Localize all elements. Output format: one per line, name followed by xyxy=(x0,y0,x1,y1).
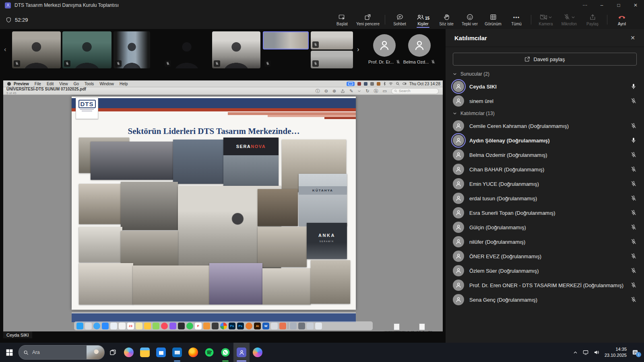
people-button[interactable]: 15 Kişiler xyxy=(411,10,435,29)
panel-close-icon[interactable]: ✕ xyxy=(630,35,635,41)
participant-row[interactable]: Aydın Şölenay (Doğrulanmamış) xyxy=(446,133,644,148)
menu-view[interactable]: View xyxy=(59,82,68,86)
view-button[interactable]: Görünüm xyxy=(481,10,505,29)
dock-icon-f-app[interactable]: F xyxy=(195,323,202,329)
control-center-icon[interactable] xyxy=(402,82,407,86)
start-menu-button[interactable] xyxy=(0,343,19,362)
section-presenters[interactable]: Sunucular (2) xyxy=(446,69,644,79)
dock-icon-photoshop[interactable]: Ps xyxy=(237,323,244,329)
menu-edit[interactable]: Edit xyxy=(47,82,54,86)
dock-icon-books[interactable] xyxy=(203,323,210,329)
avatar[interactable] xyxy=(408,34,431,57)
video-tile[interactable] xyxy=(114,31,150,68)
video-tile[interactable] xyxy=(212,31,260,68)
raise-hand-button[interactable]: Söz iste xyxy=(435,10,458,29)
spotlight-icon[interactable] xyxy=(396,82,400,86)
participant-row[interactable]: Esra Sunerli Topan (Doğrulanmamış) xyxy=(446,206,644,220)
mic-off-icon[interactable] xyxy=(630,224,637,230)
video-tile-active-speaker[interactable] xyxy=(263,31,309,49)
mic-off-icon[interactable] xyxy=(630,195,637,202)
taskbar-icon-explorer[interactable] xyxy=(137,343,153,362)
avatar[interactable] xyxy=(373,34,396,57)
menubar-app-icon[interactable] xyxy=(370,82,374,86)
desktop-file[interactable]: 53ee3d2...Boa.JPG xyxy=(409,323,435,331)
video-tile[interactable] xyxy=(263,51,309,68)
menu-window[interactable]: Window xyxy=(99,82,114,86)
share-invite-button[interactable]: Daveti paylaş xyxy=(453,53,637,66)
menubar-app-icon[interactable] xyxy=(377,82,380,86)
dock-icon-calculator[interactable] xyxy=(212,323,219,329)
dock-icon-photoshop[interactable]: Ps xyxy=(229,323,235,329)
strip-next-icon[interactable]: › xyxy=(357,46,359,53)
dock-icon-podcasts[interactable] xyxy=(169,323,176,329)
dock-icon-lightroom[interactable] xyxy=(246,323,252,329)
menu-preview[interactable]: Preview xyxy=(14,82,29,86)
taskbar-icon-store[interactable] xyxy=(153,343,169,362)
participant-row[interactable]: Belma Ozdemir (Doğrulanmamış) xyxy=(446,148,644,162)
shared-screen[interactable]: Preview File Edit View Go Tools Window H… xyxy=(3,80,443,331)
video-tile[interactable] xyxy=(311,51,353,68)
mic-off-icon[interactable] xyxy=(630,166,637,173)
macos-clock[interactable]: Thu Oct 23 14:28 xyxy=(409,82,440,86)
participant-row[interactable]: Ceyda SIKI xyxy=(446,79,644,94)
tray-chevron-up-icon[interactable] xyxy=(573,350,578,355)
menu-go[interactable]: Go xyxy=(74,82,79,86)
video-tile[interactable] xyxy=(311,31,353,49)
dock-icon-downloads[interactable] xyxy=(290,323,297,329)
menu-file[interactable]: File xyxy=(35,82,41,86)
share-icon[interactable] xyxy=(341,89,345,93)
dock-icon-book[interactable] xyxy=(279,323,286,329)
mic-off-icon[interactable] xyxy=(630,152,637,158)
window-close-icon[interactable]: ✕ xyxy=(627,0,644,10)
markup-chevron-icon[interactable] xyxy=(357,89,361,93)
dock-icon-finder[interactable] xyxy=(76,323,83,329)
dock-icon-illustrator[interactable]: Ai xyxy=(254,323,261,329)
dock-icon-chrome[interactable] xyxy=(220,323,227,329)
menubar-app-icon[interactable] xyxy=(357,82,361,86)
participant-row[interactable]: Cihan BAHAR (Doğrulanmamış) xyxy=(446,162,644,177)
dock-icon-calendar[interactable]: 23 xyxy=(127,323,134,329)
participant-row[interactable]: Özlem Süer (Doğrulanmamış) xyxy=(446,263,644,278)
taskbar-icon-spotify[interactable] xyxy=(201,343,217,362)
volume-icon[interactable] xyxy=(594,350,599,355)
dock-icon-notes[interactable] xyxy=(136,323,142,329)
mic-off-icon[interactable] xyxy=(630,296,637,303)
dock-icon-trash[interactable] xyxy=(315,323,322,329)
wifi-icon[interactable] xyxy=(389,82,393,86)
mic-off-icon[interactable] xyxy=(630,98,637,104)
window-more-icon[interactable]: ⋯ xyxy=(576,0,593,10)
highlight-icon[interactable]: Ⓐ xyxy=(374,89,378,93)
participant-row[interactable]: Gülçin (Doğrulanmamış) xyxy=(446,220,644,234)
dock-icon-music[interactable] xyxy=(161,323,168,329)
dock-icon-document[interactable] xyxy=(307,323,314,329)
share-button[interactable]: Paylaş xyxy=(581,10,604,29)
preview-search-field[interactable]: Search xyxy=(391,88,439,94)
dock-icon-folder[interactable] xyxy=(144,323,151,329)
participant-row[interactable]: Emin YUCE (Doğrulanmamış) xyxy=(446,177,644,191)
mic-off-icon[interactable] xyxy=(630,239,637,245)
participant-row[interactable]: sinem ürel xyxy=(446,94,644,108)
desktop-file[interactable]: UNADJUSTEDNON...2144.jpg xyxy=(384,323,409,331)
participant-row[interactable]: nilüfer (Doğrulanmamış) xyxy=(446,234,644,249)
leave-button[interactable]: Ayrıl xyxy=(610,10,634,29)
dock-icon-facetime[interactable] xyxy=(186,323,193,329)
dock-icon-launchpad[interactable] xyxy=(85,323,92,329)
participant-row[interactable]: Cemile Ceren Kahraman (Doğrulanmamış) xyxy=(446,119,644,133)
menubar-app-icon[interactable] xyxy=(364,82,367,86)
mic-off-icon[interactable] xyxy=(630,181,637,187)
notification-center-icon[interactable]: 1 xyxy=(632,349,638,356)
video-tile[interactable] xyxy=(62,31,111,68)
dock-icon-photos[interactable] xyxy=(119,323,126,329)
section-attendees[interactable]: Katılımcılar (13) xyxy=(446,108,644,119)
zoom-in-icon[interactable]: ⊕ xyxy=(332,89,336,93)
taskbar-clock[interactable]: 14:35 23.10.2025 xyxy=(605,346,627,358)
participant-row[interactable]: erdal tusun (Doğrulanmamış) xyxy=(446,191,644,206)
apple-menu-icon[interactable] xyxy=(7,82,11,86)
taskbar-icon-designer[interactable] xyxy=(250,343,266,362)
microphone-button[interactable]: Mikrofon xyxy=(557,10,581,29)
dock-icon-maps[interactable] xyxy=(153,323,159,329)
taskbar-icon-firefox[interactable] xyxy=(185,343,201,362)
dock-icon-tv[interactable] xyxy=(178,323,185,329)
zoom-out-icon[interactable]: ⊖ xyxy=(324,89,328,93)
new-window-button[interactable]: Yeni pencere xyxy=(354,10,382,29)
